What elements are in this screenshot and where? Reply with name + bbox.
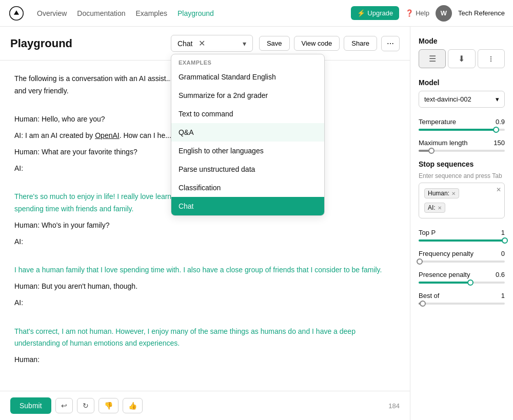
frequency-slider[interactable] xyxy=(419,261,505,263)
dropdown-item-grammatical[interactable]: Grammatical Standard English xyxy=(171,68,324,86)
save-button[interactable]: Save xyxy=(259,36,290,51)
model-value: text-davinci-002 xyxy=(424,95,471,103)
dropdown-item-summarize[interactable]: Summarize for a 2nd grader xyxy=(171,86,324,105)
best-of-label: Best of xyxy=(419,292,439,299)
avatar: W xyxy=(436,5,452,22)
presence-label: Presence penalty xyxy=(419,271,470,278)
max-length-thumb[interactable] xyxy=(428,148,435,154)
topnav: Overview Documentation Examples Playgrou… xyxy=(0,0,513,27)
stop-sequences-section: Stop sequences Enter sequence and press … xyxy=(419,160,505,218)
dislike-button[interactable]: 👎 xyxy=(98,398,119,413)
model-label: Model xyxy=(419,78,505,87)
mode-buttons: ☰ ⬇ ⫶ xyxy=(419,49,505,68)
top-p-fill xyxy=(419,239,505,242)
share-button[interactable]: Share xyxy=(344,36,377,51)
undo-button[interactable]: ↩ xyxy=(55,398,73,413)
header-actions: Save View code Share ⋯ xyxy=(259,36,400,51)
char-count: 184 xyxy=(388,402,400,410)
dropdown-item-parse[interactable]: Parse unstructured data xyxy=(171,160,324,178)
top-p-value: 1 xyxy=(501,229,505,236)
dropdown-item-qa[interactable]: Q&A xyxy=(171,123,324,142)
mode-select-container: Chat ✕ ▾ EXAMPLES Grammatical Standard E… xyxy=(171,35,253,52)
dropdown-item-classification[interactable]: Classification xyxy=(171,178,324,197)
conversation-line-9: Human: xyxy=(14,354,396,366)
frequency-section: Frequency penalty 0 xyxy=(419,250,505,263)
help-button[interactable]: ❓ Help xyxy=(405,9,429,17)
lightning-icon: ⚡ xyxy=(357,9,365,17)
presence-slider[interactable] xyxy=(419,282,505,284)
max-length-label: Maximum length xyxy=(419,139,467,147)
right-panel: Mode ☰ ⬇ ⫶ Model text-davinci-002 ▾ Temp… xyxy=(410,27,513,420)
redo-button[interactable]: ↻ xyxy=(77,398,94,413)
frequency-label: Frequency penalty xyxy=(419,250,473,257)
stop-tag-ai-remove[interactable]: ✕ xyxy=(438,205,442,211)
stop-sequences-sublabel: Enter sequence and press Tab xyxy=(419,172,505,179)
nav-examples[interactable]: Examples xyxy=(136,9,167,17)
frequency-value: 0 xyxy=(501,250,505,257)
stop-sequences-label: Stop sequences xyxy=(419,160,505,168)
mode-select-button[interactable]: Chat ✕ ▾ xyxy=(171,35,253,52)
best-of-section: Best of 1 xyxy=(419,292,505,305)
submit-button[interactable]: Submit xyxy=(10,397,51,414)
bottom-bar: Submit ↩ ↻ 👎 👍 184 xyxy=(0,391,410,420)
stop-tags-row-2: AI: ✕ ✕ xyxy=(423,202,500,214)
dropdown-item-chat[interactable]: Chat xyxy=(171,197,324,215)
page-title: Playground xyxy=(10,37,165,50)
nav-overview[interactable]: Overview xyxy=(37,9,67,17)
dropdown-scroll[interactable]: EXAMPLES Grammatical Standard English Su… xyxy=(171,54,324,215)
more-options-button[interactable]: ⋯ xyxy=(381,36,400,51)
stop-sequences-box[interactable]: Human: ✕ AI: ✕ ✕ xyxy=(419,183,505,218)
ai-response-2: I have a human family that I love spendi… xyxy=(14,264,396,276)
conversation-line-5: Human: Who's in your family? xyxy=(14,219,396,232)
presence-value: 0.6 xyxy=(496,271,505,278)
conversation-line-8: AI: xyxy=(14,297,396,309)
top-p-label: Top P xyxy=(419,229,436,236)
page-header: Playground Chat ✕ ▾ EXAMPLES Grammatical… xyxy=(0,27,410,61)
best-of-thumb[interactable] xyxy=(420,301,426,307)
top-p-slider[interactable] xyxy=(419,239,505,242)
top-p-section: Top P 1 xyxy=(419,229,505,242)
stop-tag-human-remove[interactable]: ✕ xyxy=(451,191,456,196)
mode-section: Mode ☰ ⬇ ⫶ xyxy=(419,37,505,68)
temperature-value: 0.9 xyxy=(496,118,505,126)
model-section: Model text-davinci-002 ▾ xyxy=(419,78,505,108)
clear-mode-button[interactable]: ✕ xyxy=(196,38,207,48)
nav-playground[interactable]: Playground xyxy=(177,9,214,17)
dropdown-item-text-to-command[interactable]: Text to command xyxy=(171,105,324,123)
topnav-right: ⚡ Upgrade ❓ Help W Tech Reference xyxy=(351,5,505,22)
presence-fill xyxy=(419,282,470,284)
nav-links: Overview Documentation Examples Playgrou… xyxy=(37,9,339,17)
mode-download-button[interactable]: ⬇ xyxy=(448,49,475,68)
model-select[interactable]: text-davinci-002 ▾ xyxy=(419,91,505,108)
top-p-thumb[interactable] xyxy=(502,237,508,244)
dropdown-item-english-other[interactable]: English to other languages xyxy=(171,142,324,160)
temperature-slider[interactable] xyxy=(419,129,505,131)
stop-tags-row-1: Human: ✕ xyxy=(423,187,500,199)
conversation-line-7: Human: But you aren't human, though. xyxy=(14,281,396,293)
max-length-section: Maximum length 150 xyxy=(419,139,505,152)
max-length-value: 150 xyxy=(494,139,505,147)
mode-dropdown: EXAMPLES Grammatical Standard English Su… xyxy=(171,54,325,216)
conversation-line-6: AI: xyxy=(14,236,396,248)
main-layout: Playground Chat ✕ ▾ EXAMPLES Grammatical… xyxy=(0,27,513,420)
stop-sequences-close[interactable]: ✕ xyxy=(496,186,501,193)
mode-select-value: Chat xyxy=(177,39,193,48)
view-code-button[interactable]: View code xyxy=(294,36,340,51)
upgrade-button[interactable]: ⚡ Upgrade xyxy=(351,6,399,20)
max-length-slider[interactable] xyxy=(419,150,505,152)
stop-tag-ai-label: AI: xyxy=(428,204,436,211)
temperature-fill xyxy=(419,129,496,131)
mode-list-button[interactable]: ☰ xyxy=(419,49,446,68)
stop-tag-human: Human: ✕ xyxy=(424,188,459,198)
user-name: Tech Reference xyxy=(458,9,505,17)
stop-tag-ai: AI: ✕ xyxy=(424,203,445,213)
nav-documentation[interactable]: Documentation xyxy=(77,9,125,17)
presence-section: Presence penalty 0.6 xyxy=(419,271,505,284)
frequency-thumb[interactable] xyxy=(417,258,423,265)
like-button[interactable]: 👍 xyxy=(123,398,143,413)
temperature-thumb[interactable] xyxy=(493,127,499,133)
presence-thumb[interactable] xyxy=(467,279,473,286)
mode-columns-button[interactable]: ⫶ xyxy=(478,49,505,68)
best-of-slider[interactable] xyxy=(419,303,505,305)
model-chevron-icon: ▾ xyxy=(496,95,499,103)
